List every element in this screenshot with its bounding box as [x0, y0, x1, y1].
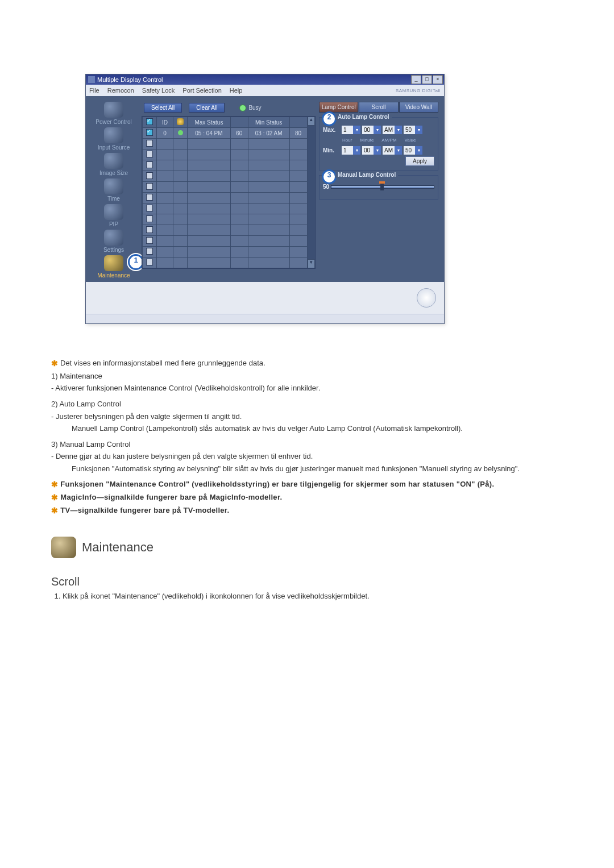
section-heading: Maintenance [51, 537, 563, 558]
step-1: Klikk på ikonet "Maintenance" (vedlikeho… [63, 592, 563, 600]
max-minute-select[interactable]: 00▾ [362, 126, 381, 134]
select-all-button[interactable]: Select All [144, 103, 182, 113]
grid-row-empty [143, 160, 308, 171]
auto-lamp-max-row: Max. 1▾ 00▾ AM▾ 50▾ [323, 126, 434, 134]
min-ampm-select[interactable]: AM▾ [383, 146, 402, 155]
max-value-select[interactable]: 50▾ [404, 126, 422, 134]
chevron-down-icon[interactable]: ▾ [415, 146, 422, 155]
grid-row-empty [143, 214, 308, 225]
window-title: Multiple Display Control [97, 76, 163, 83]
grid-header-row: ID Max Status Min Status [143, 117, 308, 128]
grid-row-empty [143, 247, 308, 258]
sidebar-item-time[interactable]: Time [89, 178, 138, 202]
manual-lamp-value: 50 [323, 184, 329, 190]
chevron-down-icon[interactable]: ▾ [353, 146, 360, 155]
grid-row-empty [143, 225, 308, 236]
image-size-icon [104, 153, 123, 169]
tab-video-wall[interactable]: Video Wall [399, 102, 438, 113]
pip-icon [104, 204, 123, 220]
item3-title: 3) Manual Lamp Control [51, 439, 563, 450]
chevron-down-icon[interactable]: ▾ [415, 126, 422, 134]
doc-star3: MagicInfo—signalkilde fungerer bare på M… [60, 492, 282, 503]
grid-row-empty [143, 193, 308, 203]
sidebar-item-input-source[interactable]: Input Source [89, 127, 138, 151]
star-icon: ✱ [51, 358, 58, 369]
item3-body2: Funksjonen "Automatisk styring av belysn… [72, 464, 563, 474]
scroll-down-button[interactable]: ▼ [308, 259, 315, 268]
steps-list: Klikk på ikonet "Maintenance" (vedlikeho… [63, 592, 563, 600]
chevron-down-icon[interactable]: ▾ [395, 126, 402, 134]
grid-row-empty [143, 149, 308, 160]
col-max-value [230, 117, 248, 128]
maintenance-icon [104, 255, 123, 271]
callout-badge-2: 2 [322, 111, 337, 126]
max-ampm-select[interactable]: AM▾ [383, 126, 402, 134]
doc-star4: TV—signalkilde fungerer bare på TV-model… [60, 505, 229, 516]
grid-select-all-checkbox[interactable] [146, 118, 153, 125]
sidebar-item-maintenance[interactable]: Maintenance 1 [89, 255, 138, 279]
sidebar-item-settings[interactable]: Settings [89, 230, 138, 253]
chevron-down-icon[interactable]: ▾ [353, 126, 360, 134]
min-minute-select[interactable]: 00▾ [362, 146, 381, 155]
min-value-select[interactable]: 50▾ [404, 146, 422, 155]
window-minimize-button[interactable]: _ [411, 75, 421, 84]
menu-remocon[interactable]: Remocon [107, 87, 134, 94]
star-icon: ✱ [51, 505, 58, 516]
chevron-down-icon[interactable]: ▾ [395, 146, 402, 155]
manual-lamp-fieldset: 3 Manual Lamp Control 50 [319, 175, 438, 200]
item1-body: - Aktiverer funksjonen Maintenance Contr… [51, 383, 563, 393]
time-icon [104, 178, 123, 194]
col-status-icon [177, 118, 184, 125]
tab-scroll[interactable]: Scroll [359, 102, 398, 113]
row0-checkbox[interactable] [146, 129, 153, 136]
menu-bar: File Remocon Safety Lock Port Selection … [86, 85, 444, 96]
menu-port-selection[interactable]: Port Selection [182, 87, 221, 94]
window-close-button[interactable]: × [433, 75, 443, 84]
auto-lamp-apply-button[interactable]: Apply [405, 156, 434, 166]
sidebar: Power Control Input Source Image Size Ti… [89, 102, 138, 279]
grid-scrollbar[interactable]: ▲ ▼ [308, 117, 315, 268]
info-icon[interactable] [417, 288, 436, 308]
grid-row-empty [143, 171, 308, 182]
manual-lamp-title: Manual Lamp Control [335, 172, 398, 178]
chevron-down-icon[interactable]: ▾ [374, 126, 381, 134]
grid-row-0[interactable]: 0 05 : 04 PM 60 03 : 02 AM 80 [143, 128, 308, 139]
col-id: ID [157, 117, 173, 128]
window-maximize-button[interactable]: □ [422, 75, 432, 84]
window-footer [86, 282, 444, 314]
grid-row-empty [143, 182, 308, 193]
item2-body2: Manuell Lamp Control (Lampekontroll) slå… [72, 423, 563, 434]
doc-star2: Funksjonen "Maintenance Control" (vedlik… [60, 479, 494, 490]
col-max-status: Max Status [188, 117, 231, 128]
sidebar-item-image-size[interactable]: Image Size [89, 153, 138, 176]
max-hour-select[interactable]: 1▾ [342, 126, 360, 134]
scroll-up-button[interactable]: ▲ [308, 117, 315, 126]
display-grid: ID Max Status Min Status 0 05 : 04 PM [142, 116, 316, 269]
grid-row-empty [143, 236, 308, 247]
menu-safety-lock[interactable]: Safety Lock [142, 87, 175, 94]
slider-thumb[interactable] [380, 184, 384, 190]
input-icon [104, 127, 123, 143]
sidebar-item-power-control[interactable]: Power Control [89, 102, 138, 125]
menu-help[interactable]: Help [230, 87, 243, 94]
clear-all-button[interactable]: Clear All [189, 103, 225, 113]
auto-lamp-fieldset: 2 Auto Lamp Control Max. 1▾ 00▾ AM▾ 50▾ … [319, 117, 438, 171]
min-hour-select[interactable]: 1▾ [342, 146, 360, 155]
auto-lamp-min-row: Min. 1▾ 00▾ AM▾ 50▾ [323, 146, 434, 155]
config-panel: Lamp Control Scroll Video Wall 2 Auto La… [319, 102, 438, 279]
window-titlebar: Multiple Display Control _ □ × [86, 74, 444, 85]
callout-badge-3: 3 [322, 169, 337, 184]
menu-file[interactable]: File [89, 87, 99, 94]
grid-row-empty [143, 139, 308, 149]
manual-lamp-slider[interactable] [331, 185, 434, 189]
col-min-status: Min Status [248, 117, 289, 128]
chevron-down-icon[interactable]: ▾ [374, 146, 381, 155]
tab-lamp-control[interactable]: Lamp Control [319, 102, 358, 113]
item2-body1: - Justerer belysningen på den valgte skj… [51, 412, 563, 422]
sidebar-item-pip[interactable]: PIP [89, 204, 138, 227]
status-bar [86, 314, 444, 323]
subsection-heading: Scroll [51, 575, 563, 588]
row0-status-icon [178, 130, 183, 135]
app-icon [88, 76, 95, 83]
app-window: Multiple Display Control _ □ × File Remo… [85, 74, 445, 324]
